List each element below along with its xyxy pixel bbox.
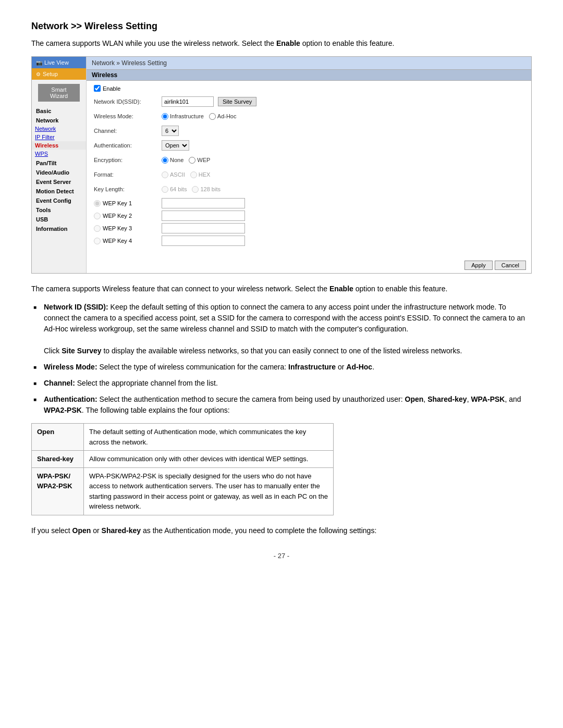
sidebar-label-tools: Tools: [32, 205, 86, 214]
wep-radio[interactable]: [189, 157, 195, 164]
page-title: Network >> Wireless Setting: [31, 21, 532, 32]
auth-key-open: Open: [32, 424, 84, 451]
64bit-radio[interactable]: [162, 186, 168, 193]
camera-icon: 📷: [36, 60, 42, 66]
network-id-value: Site Survey: [162, 96, 256, 107]
128bit-radio[interactable]: [192, 186, 199, 193]
ascii-radio[interactable]: [162, 171, 168, 178]
authentication-select[interactable]: Open: [162, 140, 189, 151]
sidebar-label-motion-detect: Motion Detect: [32, 186, 86, 195]
key-length-row: Key Length: 64 bits 128 bits: [94, 183, 524, 195]
sidebar-item-wps[interactable]: WPS: [32, 150, 86, 158]
ascii-label: ASCII: [170, 171, 185, 178]
sidebar-item-ip-filter[interactable]: IP Filter: [32, 133, 86, 141]
format-options: ASCII HEX: [162, 171, 210, 178]
wep-key3-row: WEP Key 3: [94, 223, 524, 233]
channel-label: Channel:: [94, 128, 162, 134]
wep-key1-label: WEP Key 1: [103, 200, 132, 206]
page-number: - 27 -: [31, 552, 532, 560]
apply-button[interactable]: Apply: [464, 261, 493, 270]
format-label: Format:: [94, 171, 162, 178]
authentication-label: Authentication:: [94, 142, 162, 149]
cancel-button[interactable]: Cancel: [495, 261, 526, 270]
key-length-label: Key Length:: [94, 186, 162, 192]
hex-label: HEX: [199, 171, 211, 178]
encryption-options: None WEP: [162, 157, 210, 164]
infrastructure-radio[interactable]: [162, 113, 168, 120]
infrastructure-label: Infrastructure: [170, 113, 204, 119]
wep-key1-radio[interactable]: [94, 200, 101, 207]
panel-section-header: Wireless: [87, 70, 531, 81]
encryption-row: Encryption: None WEP: [94, 154, 524, 166]
sidebar-item-network[interactable]: Network: [32, 125, 86, 133]
encryption-label: Encryption:: [94, 157, 162, 163]
ui-panel: 📷 Live View ⚙ Setup Smart Wizard Basic N…: [31, 56, 532, 274]
site-survey-button[interactable]: Site Survey: [218, 97, 256, 106]
sidebar-label-usb: USB: [32, 214, 86, 224]
wireless-mode-options: Infrastructure Ad-Hoc: [162, 113, 237, 120]
64bit-option: 64 bits: [162, 186, 187, 193]
sidebar-item-wireless[interactable]: Wireless: [32, 141, 86, 150]
authentication-row: Authentication: Open: [94, 140, 524, 151]
gear-icon: ⚙: [36, 71, 41, 77]
key-length-options: 64 bits 128 bits: [162, 186, 221, 193]
auth-value-shared: Allow communication only with other devi…: [84, 451, 334, 468]
wep-key3-label: WEP Key 3: [103, 225, 132, 231]
format-row: Format: ASCII HEX: [94, 169, 524, 180]
adhoc-label: Ad-Hoc: [217, 113, 237, 119]
wep-key1-input[interactable]: [162, 198, 245, 208]
auth-value-wpa: WPA-PSK/WPA2-PSK is specially designed f…: [84, 467, 334, 515]
infrastructure-option: Infrastructure: [162, 113, 204, 120]
bullet-wireless-mode: Wireless Mode: Select the type of wirele…: [31, 362, 532, 373]
wep-key4-label: WEP Key 4: [103, 238, 132, 244]
wep-key1-label-container: WEP Key 1: [94, 200, 162, 207]
64bit-label: 64 bits: [170, 186, 187, 192]
intro-paragraph: The camera supports WLAN while you use t…: [31, 38, 532, 49]
enable-label: Enable: [103, 85, 120, 92]
ascii-option: ASCII: [162, 171, 185, 178]
network-id-label: Network ID(SSID):: [94, 98, 162, 105]
channel-row: Channel: 6: [94, 125, 524, 137]
wireless-mode-row: Wireless Mode: Infrastructure Ad-Hoc: [94, 110, 524, 122]
ssid-input[interactable]: [162, 96, 214, 107]
auth-key-wpa: WPA-PSK/WPA2-PSK: [32, 467, 84, 515]
sidebar-label-information: Information: [32, 224, 86, 233]
wep-key2-input[interactable]: [162, 211, 245, 221]
bullet-network-id: Network ID (SSID): Keep the default sett…: [31, 302, 532, 356]
authentication-value: Open: [162, 140, 189, 151]
wep-key4-label-container: WEP Key 4: [94, 238, 162, 244]
wep-option: WEP: [189, 157, 210, 164]
wep-key3-input[interactable]: [162, 223, 245, 233]
none-radio[interactable]: [162, 157, 168, 164]
enable-checkbox[interactable]: [94, 85, 101, 92]
network-id-row: Network ID(SSID): Site Survey: [94, 96, 524, 107]
none-label: None: [170, 157, 183, 163]
wep-key1-row: WEP Key 1: [94, 198, 524, 208]
sidebar-label-basic: Basic: [32, 106, 86, 115]
wep-key4-input[interactable]: [162, 236, 245, 246]
sidebar-item-live-view[interactable]: 📷 Live View: [32, 57, 86, 68]
wep-key2-radio[interactable]: [94, 213, 101, 219]
none-option: None: [162, 157, 183, 164]
auth-row-wpa: WPA-PSK/WPA2-PSK WPA-PSK/WPA2-PSK is spe…: [32, 467, 334, 515]
128bit-label: 128 bits: [200, 186, 221, 192]
auth-row-open: Open The default setting of Authenticati…: [32, 424, 334, 451]
sidebar-smart-wizard[interactable]: Smart Wizard: [38, 84, 80, 102]
wireless-mode-label: Wireless Mode:: [94, 113, 162, 119]
auth-row-shared-key: Shared-key Allow communication only with…: [32, 451, 334, 468]
128bit-option: 128 bits: [192, 186, 221, 193]
auth-value-open: The default setting of Authentication mo…: [84, 424, 334, 451]
hex-radio[interactable]: [190, 171, 197, 178]
channel-select[interactable]: 6: [162, 126, 179, 136]
wep-key4-radio[interactable]: [94, 238, 101, 244]
wep-key3-radio[interactable]: [94, 225, 101, 232]
wireless-support-text: The camera supports Wireless feature tha…: [31, 283, 532, 294]
sidebar-label-event-config: Event Config: [32, 195, 86, 205]
adhoc-radio[interactable]: [209, 113, 216, 120]
wep-key2-label: WEP Key 2: [103, 213, 132, 219]
sidebar-item-setup[interactable]: ⚙ Setup: [32, 68, 86, 80]
wep-label: WEP: [197, 157, 210, 163]
adhoc-option: Ad-Hoc: [209, 113, 237, 120]
channel-value: 6: [162, 126, 179, 136]
sidebar: 📷 Live View ⚙ Setup Smart Wizard Basic N…: [32, 57, 87, 273]
